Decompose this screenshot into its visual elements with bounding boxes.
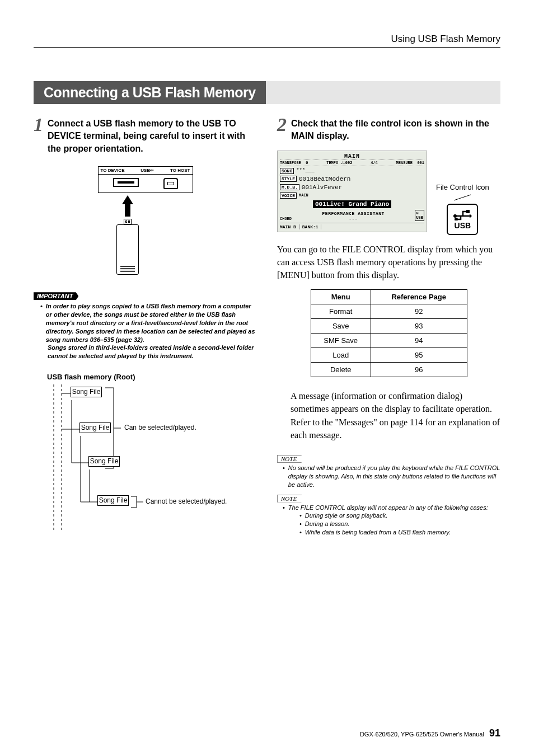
tree-title: USB flash memory (Root) xyxy=(47,373,257,381)
reference-table: Menu Reference Page Format92 Save93 SMF … xyxy=(311,289,467,377)
important-label: IMPORTANT xyxy=(34,292,78,300)
footer: DGX-620/520, YPG-625/525 Owner's Manual … xyxy=(360,727,500,739)
port-to-host-icon xyxy=(163,178,178,189)
usb-file-control-icon: USB xyxy=(447,204,478,235)
note-2-item-2: During a lesson. xyxy=(305,520,350,528)
tree-node-1: Song File xyxy=(71,387,102,397)
lcd-main-title: MAIN xyxy=(280,153,424,159)
important-text-2: Songs stored in third-level-folders crea… xyxy=(40,344,257,360)
tree-node-4: Song File xyxy=(97,495,129,506)
lcd-display: MAIN TRANSPOSE 0 TEMPO ♩=092 4/4 MEASURE… xyxy=(277,151,427,232)
paragraph-2: A message (information or confirmation d… xyxy=(277,389,500,442)
svg-line-2 xyxy=(454,195,471,200)
step-2: 2 Check that the file control icon is sh… xyxy=(277,116,500,143)
section-title-bar: Connecting a USB Flash Memory xyxy=(34,81,500,104)
important-text-1: In order to play songs copied to a USB f… xyxy=(46,302,257,344)
note-2-label: NOTE xyxy=(277,495,305,503)
page-header: Using USB Flash Memory xyxy=(34,34,500,48)
arrow-up-icon xyxy=(122,195,133,204)
tree-can-label: Can be selected/played. xyxy=(124,424,196,431)
tree-node-2: Song File xyxy=(79,422,111,433)
footer-page: 91 xyxy=(489,727,500,739)
callout-line-icon xyxy=(454,194,471,201)
label-usb: USB⇐ xyxy=(140,168,154,173)
lcd-file-control-icon: ⇆USB xyxy=(415,210,424,221)
table-row: Save93 xyxy=(311,319,467,334)
section-title: Connecting a USB Flash Memory xyxy=(34,81,266,104)
step-1-number: 1 xyxy=(34,116,43,134)
label-to-host: TO HOST xyxy=(170,168,190,173)
table-row: Delete96 xyxy=(311,363,467,377)
label-to-device: TO DEVICE xyxy=(101,168,125,173)
table-header-menu: Menu xyxy=(311,290,371,304)
step-2-text: Check that the file control icon is show… xyxy=(291,116,500,143)
note-2-item-3: While data is being loaded from a USB fl… xyxy=(305,528,451,537)
svg-marker-6 xyxy=(470,214,472,218)
table-row: Format92 xyxy=(311,304,467,319)
note-1-text: No sound will be produced if you play th… xyxy=(288,464,500,489)
tree-cannot-label: Cannot be selected/played. xyxy=(146,497,227,505)
port-to-device-icon xyxy=(113,178,139,187)
step-1: 1 Connect a USB flash memory to the USB … xyxy=(34,116,257,155)
svg-point-3 xyxy=(453,214,457,218)
flash-drive-icon xyxy=(116,219,139,275)
step-1-text: Connect a USB flash memory to the USB TO… xyxy=(48,116,257,155)
note-1-label: NOTE xyxy=(277,455,305,463)
paragraph-1: You can go to the FILE CONTROL display f… xyxy=(277,243,500,282)
table-header-page: Reference Page xyxy=(371,290,467,304)
step-2-number: 2 xyxy=(277,116,287,134)
tree-node-3: Song File xyxy=(88,456,120,467)
note-2-text: The FILE CONTROL display will not appear… xyxy=(288,504,488,512)
usb-illustration: TO DEVICE USB⇐ TO HOST xyxy=(95,166,196,275)
footer-manual: DGX-620/520, YPG-625/525 Owner's Manual xyxy=(360,731,484,738)
callout-label: File Control Icon xyxy=(436,183,489,192)
table-row: Load95 xyxy=(311,348,467,363)
table-row: SMF Save94 xyxy=(311,334,467,348)
svg-rect-4 xyxy=(466,210,470,213)
note-2-item-1: During style or song playback. xyxy=(305,511,387,520)
tree-lines-icon xyxy=(49,384,195,530)
